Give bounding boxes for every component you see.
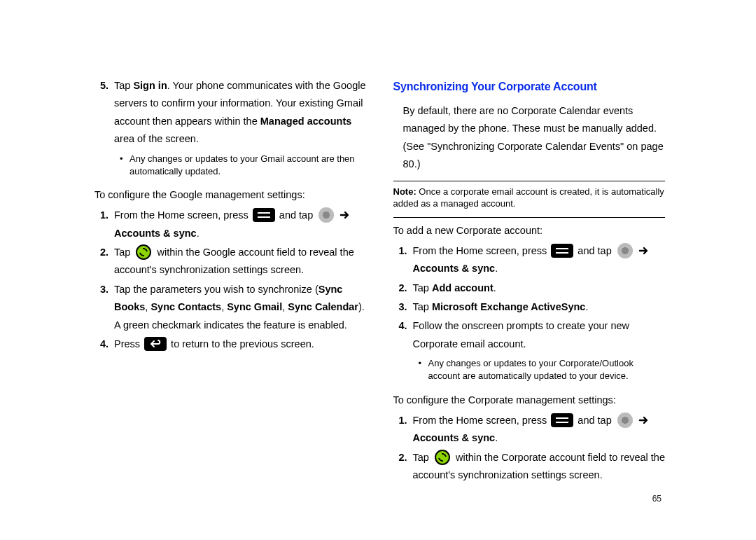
- back-icon: [144, 337, 167, 351]
- list-item: 4. Follow the onscreen prompts to create…: [393, 317, 666, 388]
- divider: [393, 181, 666, 181]
- step-body: Tap within the Corporate account field t…: [413, 449, 666, 485]
- menu-icon: [253, 208, 275, 222]
- right-column: Synchronizing Your Corporate Account By …: [393, 77, 666, 485]
- arrow-right-icon: [638, 415, 650, 426]
- arrow-right-icon: [340, 209, 351, 221]
- step-number: 2.: [94, 244, 114, 279]
- settings-icon: [318, 207, 334, 223]
- list-item: 1. From the Home screen, press and tap A…: [393, 412, 666, 448]
- list-item: 2. Tap Add account.: [393, 279, 666, 297]
- intro-text: To add a new Corporate account:: [393, 222, 666, 240]
- page-number: 65: [652, 494, 662, 504]
- step-number: 3.: [94, 281, 114, 334]
- bullet-item: • Any changes or updates to your Corpora…: [413, 357, 666, 382]
- list-item: 2. Tap within the Google account field t…: [94, 244, 367, 279]
- menu-icon: [551, 413, 573, 427]
- list-item: 3. Tap Microsoft Exchange ActiveSync.: [393, 298, 666, 316]
- step-body: Tap within the Google account field to r…: [114, 244, 367, 279]
- manual-page: 5. Tap Sign in. Your phone communicates …: [0, 0, 756, 513]
- sync-icon: [136, 244, 151, 260]
- list-item: 5. Tap Sign in. Your phone communicates …: [94, 77, 367, 184]
- step-body: Tap Microsoft Exchange ActiveSync.: [413, 298, 666, 316]
- menu-icon: [551, 244, 573, 258]
- step-number: 5.: [94, 77, 114, 184]
- step-body: Tap Sign in. Your phone communicates wit…: [114, 77, 367, 184]
- step-body: Follow the onscreen prompts to create yo…: [413, 317, 666, 388]
- step-number: 2.: [393, 279, 413, 297]
- settings-icon: [617, 243, 633, 258]
- sync-icon: [435, 450, 450, 465]
- step-number: 1.: [393, 412, 413, 448]
- left-column: 5. Tap Sign in. Your phone communicates …: [94, 77, 367, 485]
- step-number: 1.: [393, 242, 413, 278]
- note-text: Note: Once a corporate email account is …: [393, 186, 666, 210]
- bullet-item: • Any changes or updates to your Gmail a…: [114, 153, 367, 178]
- step-number: 4.: [94, 335, 114, 353]
- step-body: Tap the parameters you wish to synchroni…: [114, 281, 367, 334]
- step-number: 2.: [393, 449, 413, 485]
- list-item: 4. Press to return to the previous scree…: [94, 335, 367, 353]
- settings-icon: [617, 413, 633, 428]
- step-number: 3.: [393, 298, 413, 316]
- list-item: 1. From the Home screen, press and tap A…: [94, 207, 367, 242]
- list-item: 1. From the Home screen, press and tap A…: [393, 242, 666, 278]
- intro-text: To configure the Google management setti…: [94, 186, 367, 204]
- divider: [393, 217, 666, 218]
- intro-text: By default, there are no Corporate Calen…: [403, 102, 666, 174]
- section-heading: Synchronizing Your Corporate Account: [393, 77, 666, 97]
- list-item: 3. Tap the parameters you wish to synchr…: [94, 281, 367, 334]
- step-body: From the Home screen, press and tap Acco…: [114, 207, 367, 242]
- step-body: From the Home screen, press and tap Acco…: [413, 242, 666, 278]
- list-item: 2. Tap within the Corporate account fiel…: [393, 449, 666, 485]
- step-number: 1.: [94, 207, 114, 242]
- step-body: From the Home screen, press and tap Acco…: [413, 412, 666, 448]
- step-body: Press to return to the previous screen.: [114, 335, 367, 353]
- arrow-right-icon: [638, 245, 650, 256]
- step-body: Tap Add account.: [413, 279, 666, 297]
- step-number: 4.: [393, 317, 413, 388]
- intro-text: To configure the Corporate management se…: [393, 392, 666, 409]
